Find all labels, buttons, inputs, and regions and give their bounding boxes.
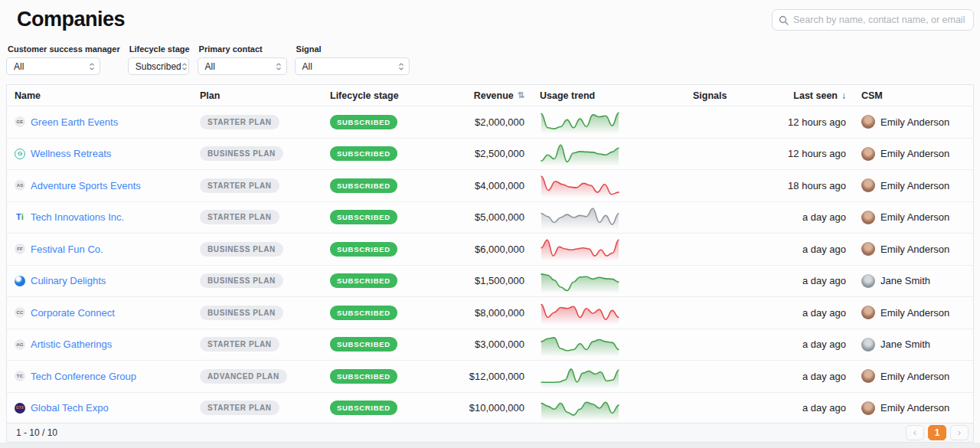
lifecycle-cell: SUBSCRIBED (322, 337, 459, 352)
search-box[interactable] (772, 9, 974, 31)
company-link[interactable]: Wellness Retreats (31, 148, 111, 159)
col-header-name: Name (7, 90, 192, 101)
lifecycle-cell: SUBSCRIBED (322, 401, 459, 415)
filter-primary-contact-value: All (205, 61, 215, 72)
csm-avatar (861, 306, 875, 319)
csm-name: Emily Anderson (880, 180, 949, 191)
plan-cell: STARTER PLAN (192, 115, 322, 129)
filter-primary-contact-select[interactable]: All (198, 57, 287, 75)
table-body: GEGreen Earth EventsSTARTER PLANSUBSCRIB… (7, 106, 973, 423)
pager: ‹ 1 › (906, 425, 969, 440)
col-header-usage-trend: Usage trend (532, 90, 685, 101)
last-seen-cell: 12 hours ago (777, 116, 854, 128)
table-header-row: Name Plan Lifecycle stage Revenue ⇅ Usag… (7, 85, 973, 106)
company-link[interactable]: Festival Fun Co. (31, 244, 103, 255)
company-initials-icon: FF (15, 244, 25, 254)
last-seen-value: a day ago (802, 211, 846, 223)
col-header-last-seen[interactable]: Last seen ↓ (777, 90, 854, 101)
table-row: Culinary DelightsBUSINESS PLANSUBSCRIBED… (7, 265, 973, 297)
last-seen-cell: a day ago (777, 402, 854, 414)
lifecycle-cell: SUBSCRIBED (322, 242, 459, 257)
usage-trend-sparkline (540, 237, 620, 260)
revenue-cell: $2,000,000 (459, 116, 532, 128)
page-title: Companies (17, 8, 125, 31)
col-header-plan: Plan (192, 90, 322, 101)
lifecycle-badge: SUBSCRIBED (330, 146, 397, 161)
prev-page-button[interactable]: ‹ (906, 425, 924, 440)
name-cell: Culinary Delights (7, 275, 192, 286)
company-link[interactable]: Corporate Connect (31, 307, 115, 319)
last-seen-cell: 12 hours ago (777, 148, 854, 159)
company-initials-icon: AG (15, 339, 25, 350)
company-link[interactable]: Adventure Sports Events (31, 180, 141, 191)
csm-cell: Jane Smith (854, 274, 973, 288)
plan-badge: STARTER PLAN (200, 210, 279, 224)
usage-trend-sparkline (540, 174, 620, 197)
companies-table: Name Plan Lifecycle stage Revenue ⇅ Usag… (6, 84, 974, 423)
sort-both-icon[interactable]: ⇅ (518, 90, 524, 100)
search-icon (779, 15, 789, 25)
plan-cell: ADVANCED PLAN (192, 369, 322, 384)
csm-avatar (861, 274, 875, 288)
usage-trend-cell (532, 270, 685, 293)
table-row: AGArtistic GatheringsSTARTER PLANSUBSCRI… (7, 329, 973, 361)
company-link[interactable]: Tech Conference Group (31, 371, 136, 382)
filter-primary-contact-label: Primary contact (198, 44, 287, 54)
filter-lifecycle: Lifecycle stage Subscribed (128, 44, 190, 75)
horizontal-scrollbar-track[interactable] (0, 443, 980, 448)
filter-lifecycle-select[interactable]: Subscribed (128, 57, 189, 75)
filter-bar: Customer success manager All Lifecycle s… (6, 44, 410, 75)
filter-signal-label: Signal (295, 44, 410, 54)
plan-cell: BUSINESS PLAN (192, 273, 322, 288)
name-cell: TiTech Innovations Inc. (7, 211, 192, 223)
col-header-revenue-label: Revenue (474, 90, 514, 101)
csm-name: Emily Anderson (880, 371, 949, 382)
table-row: FFFestival Fun Co.BUSINESS PLANSUBSCRIBE… (7, 233, 973, 265)
revenue-value: $8,000,000 (475, 307, 524, 319)
name-cell: AGArtistic Gatherings (7, 338, 192, 350)
usage-trend-cell (532, 206, 685, 229)
usage-trend-sparkline (540, 365, 620, 388)
csm-cell: Emily Anderson (854, 401, 973, 415)
revenue-value: $2,000,000 (475, 116, 524, 128)
lifecycle-badge: SUBSCRIBED (330, 242, 397, 257)
plan-badge: STARTER PLAN (200, 115, 279, 129)
filter-csm-select[interactable]: All (6, 57, 100, 75)
csm-cell: Jane Smith (854, 338, 973, 352)
search-input[interactable] (793, 15, 967, 25)
csm-cell: Emily Anderson (854, 306, 973, 319)
name-cell: TCTech Conference Group (7, 371, 192, 382)
company-initials-icon: GE (15, 116, 25, 127)
plan-cell: STARTER PLAN (192, 401, 322, 415)
usage-trend-sparkline (540, 206, 620, 229)
filter-csm-label: Customer success manager (6, 44, 120, 54)
company-link[interactable]: Tech Innovations Inc. (31, 211, 124, 223)
company-initials-icon: CC (15, 307, 25, 318)
csm-cell: Emily Anderson (854, 115, 973, 129)
plan-cell: BUSINESS PLAN (192, 146, 322, 161)
lifecycle-badge: SUBSCRIBED (330, 306, 397, 320)
csm-cell: Emily Anderson (854, 178, 973, 192)
last-seen-cell: a day ago (777, 244, 854, 255)
company-link[interactable]: Global Tech Expo (31, 402, 109, 414)
company-link[interactable]: Culinary Delights (31, 275, 106, 286)
plan-badge: STARTER PLAN (200, 337, 279, 352)
filter-csm: Customer success manager All (6, 44, 120, 75)
company-link[interactable]: Green Earth Events (31, 116, 118, 128)
lifecycle-cell: SUBSCRIBED (322, 178, 459, 193)
page-1-button[interactable]: 1 (928, 425, 946, 440)
lifecycle-cell: SUBSCRIBED (322, 306, 459, 320)
filter-signal-select[interactable]: All (295, 57, 410, 75)
company-link[interactable]: Artistic Gatherings (31, 338, 112, 350)
last-seen-value: 18 hours ago (788, 180, 846, 191)
col-header-revenue[interactable]: Revenue ⇅ (459, 90, 532, 101)
lifecycle-cell: SUBSCRIBED (322, 115, 459, 129)
usage-trend-sparkline (540, 270, 620, 293)
sort-desc-icon[interactable]: ↓ (841, 90, 846, 101)
csm-name: Emily Anderson (880, 116, 949, 128)
lifecycle-badge: SUBSCRIBED (330, 178, 397, 193)
revenue-value: $2,500,000 (475, 148, 524, 159)
lifecycle-badge: SUBSCRIBED (330, 210, 397, 224)
select-stepper-icon (181, 62, 188, 71)
next-page-button[interactable]: › (950, 425, 969, 440)
